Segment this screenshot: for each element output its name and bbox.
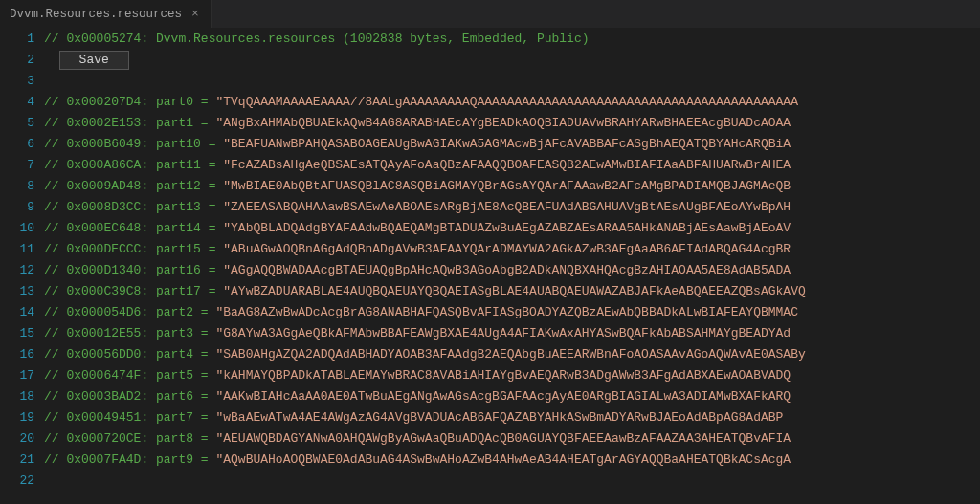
string-literal: "AYwBZADUARABLAE4AUQBQAEUAYQBQAEIASgBLAE… [223,284,806,298]
comment-text: // 0x0008D3CC: part13 = [44,200,223,214]
line-number: 13 [0,281,34,302]
code-editor: 12345678910111213141516171819202122 // 0… [0,29,980,504]
comment-text: // 0x000D1340: part16 = [44,263,223,277]
string-literal: "AAKwBIAHcAaAA0AE0ATwBuAEgANgAwAGsAcgBGA… [215,389,791,404]
line-number: 22 [0,471,34,492]
code-line: // 0x0003BAD2: part6 = "AAKwBIAHcAaAA0AE… [44,386,980,407]
line-number: 21 [0,449,34,471]
line-number: 20 [0,428,34,449]
code-line: // 0x000DECCC: part15 = "ABuAGwAOQBnAGgA… [44,239,980,260]
code-line: // 0x000D1340: part16 = "AGgAQQBWADAAcgB… [44,260,980,281]
comment-text: // 0x000EC648: part14 = [44,221,223,235]
comment-text: // 0x00012E55: part3 = [44,326,215,340]
string-literal: "ANgBxAHMAbQBUAEkAQwB4AG8ARABHAEcAYgBEAD… [215,116,791,130]
string-literal: "BEAFUANwBPAHQASABOAGEAUgBwAGIAKwA5AGMAc… [223,137,791,151]
code-line: // 0x000207D4: part0 = "TVqQAAAMAAAAEAAA… [44,92,980,113]
comment-text: // 0x0006474F: part5 = [44,368,215,383]
comment-text: // 0x000C39C8: part17 = [44,284,223,298]
line-number: 11 [0,239,34,260]
string-literal: "AQwBUAHoAOQBWAE0AdABuAG4ASwBwAHoAZwB4AH… [215,452,791,467]
string-literal: "BaAG8AZwBwADcAcgBrAG8ANABHAFQASQBvAFIAS… [215,305,798,319]
comment-text: // 0x00056DD0: part4 = [44,347,215,362]
tab-title: Dvvm.Resources.resources [10,8,182,21]
code-line: // 0x0008D3CC: part13 = "ZAEEASABQAHAAaw… [44,197,980,218]
line-number: 7 [0,155,34,176]
comment-text: // 0x0009AD48: part12 = [44,179,223,193]
comment-text: // 0x000054D6: part2 = [44,305,215,319]
comment-text: // 0x000720CE: part8 = [44,431,215,446]
comment-text: // 0x0003BAD2: part6 = [44,389,215,404]
line-number: 3 [0,71,34,92]
code-line: Save [44,50,980,71]
string-literal: "wBaAEwATwA4AE4AWgAzAG4AVgBVADUAcAB6AFQA… [215,410,783,425]
code-line: // 0x0006474F: part5 = "kAHMAYQBPADkATAB… [44,365,980,386]
string-literal: "TVqQAAAMAAAAEAAAA//8AALgAAAAAAAAAQAAAAA… [215,95,798,109]
line-number-gutter: 12345678910111213141516171819202122 [0,29,44,504]
line-number: 12 [0,260,34,281]
string-literal: "MwBIAE0AbQBtAFUASQBlAC8ASQBiAGMAYQBrAGs… [223,179,791,193]
code-line: // 0x000C39C8: part17 = "AYwBZADUARABLAE… [44,281,980,302]
save-button[interactable]: Save [59,51,129,70]
string-literal: "ABuAGwAOQBnAGgAdQBnADgAVwB3AFAAYQArADMA… [223,242,791,256]
code-line: // 0x000B6049: part10 = "BEAFUANwBPAHQAS… [44,134,980,155]
string-literal: "ZAEEASABQAHAAawBSAEwAeABOAEsARgBjAE8AcQ… [223,200,791,214]
line-number: 10 [0,218,34,239]
close-icon[interactable]: × [189,7,201,21]
code-line [44,471,980,492]
code-line: // 0x0009AD48: part12 = "MwBIAE0AbQBtAFU… [44,176,980,197]
comment-text: // 0x000DECCC: part15 = [44,242,223,256]
comment-text: // 0x00005274: Dvvm.Resources.resources … [44,32,590,46]
code-area[interactable]: // 0x00005274: Dvvm.Resources.resources … [44,29,980,504]
line-number: 6 [0,134,34,155]
code-line: // 0x00012E55: part3 = "G8AYwA3AGgAeQBkA… [44,323,980,344]
comment-text: // 0x000A86CA: part11 = [44,158,223,172]
string-literal: "AEUAWQBDAGYANwA0AHQAWgByAGwAaQBuADQAcQB… [215,431,791,446]
line-number: 2 [0,50,34,71]
code-line: // 0x0007FA4D: part9 = "AQwBUAHoAOQBWAE0… [44,449,980,471]
line-number: 5 [0,113,34,134]
code-line: // 0x00056DD0: part4 = "SAB0AHgAZQA2ADQA… [44,344,980,365]
line-number: 8 [0,176,34,197]
string-literal: "AGgAQQBWADAAcgBTAEUAQgBpAHcAQwB3AGoAbgB… [223,263,791,277]
comment-text: // 0x000B6049: part10 = [44,137,223,151]
code-line: // 0x0002E153: part1 = "ANgBxAHMAbQBUAEk… [44,113,980,134]
string-literal: "YAbQBLADQAdgBYAFAAdwBQAEQAMgBTADUAZwBuA… [223,221,791,235]
line-number: 18 [0,386,34,407]
line-number: 1 [0,29,34,50]
line-number: 17 [0,365,34,386]
string-literal: "SAB0AHgAZQA2ADQAdABHADYAOAB3AFAAdgB2AEQ… [215,347,805,362]
line-number: 16 [0,344,34,365]
code-line: // 0x000A86CA: part11 = "FcAZABsAHgAeQBS… [44,155,980,176]
code-line: // 0x000EC648: part14 = "YAbQBLADQAdgBYA… [44,218,980,239]
comment-text: // 0x0007FA4D: part9 = [44,452,215,467]
comment-text: // 0x0002E153: part1 = [44,116,215,130]
line-number: 14 [0,302,34,323]
line-number: 19 [0,407,34,428]
string-literal: "G8AYwA3AGgAeQBkAFMAbwBBAFEAWgBXAE4AUgA4… [215,326,791,340]
string-literal: "FcAZABsAHgAeQBSAEsATQAyAFoAaQBzAFAAQQBO… [223,158,791,172]
string-literal: "kAHMAYQBPADkATABLAEMAYwBRAC8AVABiAHIAYg… [215,368,791,383]
comment-text: // 0x00049451: part7 = [44,410,215,425]
line-number: 15 [0,323,34,344]
code-line: // 0x000054D6: part2 = "BaAG8AZwBwADcAcg… [44,302,980,323]
code-line: // 0x000720CE: part8 = "AEUAWQBDAGYANwA0… [44,428,980,449]
line-number: 9 [0,197,34,218]
code-line: // 0x00049451: part7 = "wBaAEwATwA4AE4AW… [44,407,980,428]
code-line: // 0x00005274: Dvvm.Resources.resources … [44,29,980,50]
line-number: 4 [0,92,34,113]
comment-text: // 0x000207D4: part0 = [44,95,215,109]
code-line [44,71,980,92]
editor-tab[interactable]: Dvvm.Resources.resources × [0,0,212,28]
tab-bar: Dvvm.Resources.resources × [0,0,980,29]
